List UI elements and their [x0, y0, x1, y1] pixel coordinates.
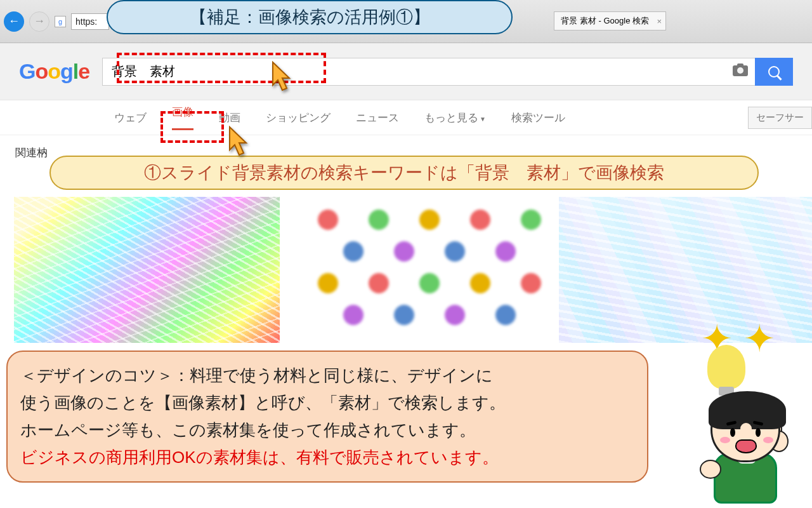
cursor-icon — [227, 126, 250, 159]
safesearch-button[interactable]: セーフサー — [748, 107, 812, 129]
tip-line: 使う画像のことを【画像素材】と呼び、「素材」で検索します。 — [20, 389, 634, 417]
logo-letter: e — [78, 59, 89, 83]
logo-letter: o — [35, 59, 48, 83]
svg-point-2 — [737, 67, 743, 74]
tab-title: 背景 素材 - Google 検索 — [561, 15, 649, 27]
browser-tab[interactable]: 背景 素材 - Google 検索 × — [554, 11, 666, 30]
tab-images[interactable]: 画像 — [172, 105, 193, 130]
close-icon[interactable]: × — [657, 17, 662, 26]
cursor-icon — [270, 61, 293, 94]
site-favicon: g — [55, 16, 66, 27]
back-button[interactable]: ← — [4, 11, 24, 32]
tab-shopping[interactable]: ショッピング — [266, 110, 331, 125]
tab-more[interactable]: もっと見る▼ — [424, 110, 486, 125]
search-button[interactable] — [755, 58, 793, 86]
logo-letter: l — [73, 59, 78, 83]
tab-web[interactable]: ウェブ — [114, 110, 147, 125]
mascot-illustration: ✦ ✦ — [663, 323, 809, 507]
search-nav: ウェブ 画像 動画 ショッピング ニュース もっと見る▼ 検索ツール セーフサー — [0, 100, 812, 135]
address-bar[interactable]: https: — [71, 13, 109, 30]
svg-rect-1 — [737, 64, 743, 67]
tab-videos[interactable]: 動画 — [219, 110, 240, 125]
search-icon — [768, 66, 780, 77]
tip-line: ホームページ等も、この素材集を使って作成されています。 — [20, 417, 634, 444]
tab-tools[interactable]: 検索ツール — [511, 110, 565, 125]
search-box — [102, 58, 793, 86]
annotation-title: 【補足：画像検索の活用例①】 — [107, 0, 513, 34]
result-thumbnail[interactable] — [292, 197, 546, 343]
result-thumbnail[interactable] — [14, 197, 280, 343]
search-header: Google — [0, 43, 812, 100]
logo-letter: g — [60, 59, 73, 83]
logo-letter: G — [19, 59, 35, 83]
tip-line: ビジネスの商用利用OKの素材集は、有料で販売されています。 — [20, 444, 634, 471]
google-logo[interactable]: Google — [19, 59, 89, 84]
camera-icon[interactable] — [732, 63, 749, 81]
image-results — [14, 197, 812, 343]
forward-button[interactable]: → — [29, 11, 49, 32]
logo-letter: o — [48, 59, 60, 83]
search-input[interactable] — [102, 58, 793, 86]
annotation-step: ①スライド背景素材の検索キーワードは「背景 素材」で画像検索 — [49, 156, 759, 190]
chevron-down-icon: ▼ — [480, 116, 486, 123]
annotation-tip: ＜デザインのコツ＞：料理で使う材料と同じ様に、デザインに 使う画像のことを【画像… — [6, 351, 648, 483]
tab-news[interactable]: ニュース — [356, 110, 399, 125]
tip-line: ＜デザインのコツ＞：料理で使う材料と同じ様に、デザインに — [20, 362, 634, 389]
tab-more-label: もっと見る — [424, 112, 478, 124]
